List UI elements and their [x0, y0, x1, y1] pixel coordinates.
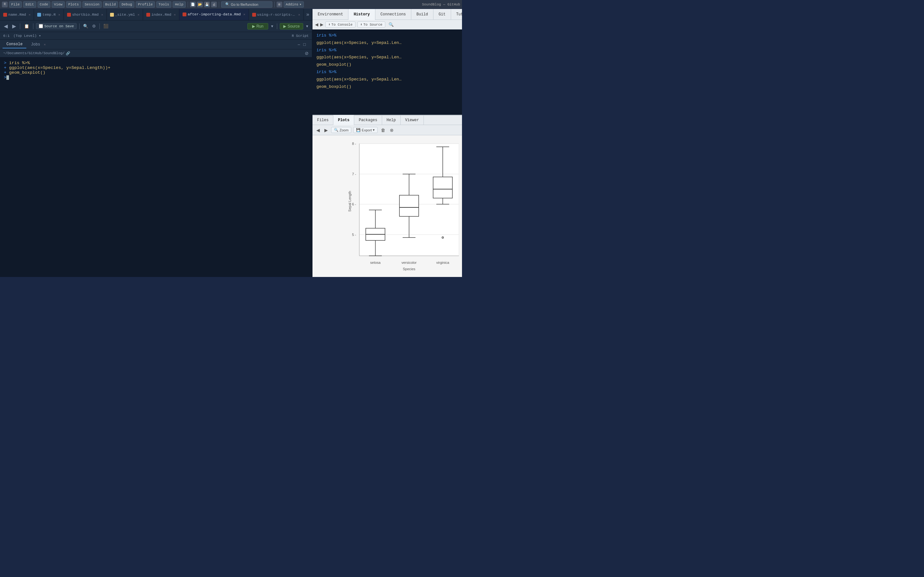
history-item[interactable]: ggplot(aes(x=Species, y=Sepal.Len… — [317, 39, 462, 47]
viewer-tab[interactable]: Viewer — [401, 115, 424, 125]
file-menu[interactable]: File — [9, 1, 22, 8]
export-button[interactable]: 💾 Export ▾ — [353, 127, 378, 133]
to-console-button[interactable]: ⬇ To Console — [325, 21, 355, 27]
tab-close[interactable]: ✕ — [102, 13, 103, 17]
build-menu[interactable]: Build — [103, 1, 118, 8]
git-tab[interactable]: Git — [433, 9, 451, 20]
environment-tab[interactable]: Environment — [312, 9, 349, 20]
editor-toolbar: ◀ ▶ 📋 Source on Save 🔍 ⚙ ⬛ ▶ Run ▾ ▶ Sou… — [0, 21, 312, 32]
console-minimize-button[interactable]: – — [297, 41, 301, 47]
console-tab[interactable]: Console — [3, 41, 26, 48]
back-button[interactable]: ◀ — [3, 23, 9, 30]
packages-tab[interactable]: Packages — [354, 115, 382, 125]
save-icon[interactable]: 💾 — [204, 2, 210, 7]
history-item[interactable]: geom_boxplot() — [317, 61, 462, 69]
history-item[interactable]: geom_boxplot() — [317, 83, 462, 91]
search-in-file-button[interactable]: 🔍 — [82, 23, 89, 29]
r-icon — [37, 13, 41, 17]
continuation-symbol: + — [4, 70, 9, 75]
forward-button[interactable]: ▶ — [11, 23, 17, 30]
to-source-button[interactable]: ⬇ To Source — [357, 21, 385, 27]
history-item[interactable]: iris %>% — [317, 32, 462, 39]
tab-close[interactable]: ✕ — [174, 13, 176, 17]
connections-tab[interactable]: Connections — [375, 9, 411, 20]
cursor-blink — [6, 75, 9, 80]
addins-chevron: ▾ — [299, 2, 302, 6]
history-item[interactable]: iris %>% — [317, 69, 462, 76]
right-panel: Environment History Connections Build Gi… — [312, 9, 462, 277]
build-tab[interactable]: Build — [411, 9, 433, 20]
history-item[interactable]: iris %>% — [317, 47, 462, 54]
prev-plot-button[interactable]: ◀ — [315, 127, 321, 133]
tab-close[interactable]: ✕ — [58, 13, 60, 17]
tab-label: index.Rmd — [152, 13, 171, 17]
tools-menu[interactable]: Tools — [156, 1, 171, 8]
plots-menu[interactable]: Plots — [66, 1, 81, 8]
source-on-save-checkbox[interactable] — [39, 24, 43, 28]
history-tab[interactable]: History — [349, 9, 375, 20]
tutorial-tab[interactable]: Tutorial — [451, 9, 462, 20]
history-nav-back[interactable]: ◀ — [315, 22, 318, 27]
tab-temp-r[interactable]: temp.R ✕ — [34, 9, 63, 21]
tab-after-importing[interactable]: after-importing-data.Rmd ✕ — [179, 9, 249, 21]
layout-icon[interactable]: ⊞ — [276, 2, 282, 7]
to-console-icon: ⬇ — [328, 23, 330, 27]
tab-close[interactable]: ✕ — [137, 13, 140, 17]
tab-name-rmd[interactable]: name.Rmd ✕ — [0, 9, 34, 21]
addins-button[interactable]: Addins ▾ — [284, 1, 304, 8]
remove-all-plots-button[interactable]: ⊗ — [389, 127, 395, 133]
rmd-icon — [3, 13, 7, 17]
source-on-save-label[interactable]: Source on Save — [36, 23, 77, 29]
help-tab[interactable]: Help — [382, 115, 401, 125]
divider3 — [274, 2, 275, 7]
files-tab[interactable]: Files — [312, 115, 333, 125]
source-button[interactable]: ▶ Source — [280, 23, 303, 29]
tab-using-r-scripts[interactable]: using-r-scripts-effectively-even-a... ✕ — [249, 9, 304, 21]
prompt-symbol: > — [4, 75, 6, 80]
run-button[interactable]: ▶ Run — [247, 23, 268, 29]
next-plot-button[interactable]: ▶ — [323, 127, 329, 133]
jobs-tab[interactable]: Jobs ✕ — [27, 41, 49, 48]
jobs-close[interactable]: ✕ — [44, 43, 45, 47]
console-maximize-button[interactable]: □ — [302, 41, 307, 47]
stop-button[interactable]: ⬛ — [102, 23, 110, 29]
console-line-4[interactable]: > — [4, 75, 308, 80]
history-item[interactable]: ggplot(aes(x=Species, y=Sepal.Len… — [317, 54, 462, 61]
source-options-button[interactable]: ▾ — [305, 23, 309, 29]
run-options-button[interactable]: ▾ — [270, 23, 274, 29]
tab-label: after-importing-data.Rmd — [188, 12, 241, 16]
tab-close[interactable]: ✕ — [29, 13, 31, 17]
console-directory: ~/Documents/GitHub/SoundBlog/ — [3, 51, 65, 55]
help-menu[interactable]: Help — [173, 1, 186, 8]
tab-shortbio[interactable]: shortbio.Rmd ✕ — [64, 9, 107, 21]
goto-file-button[interactable]: 🔍 Go to file/function — [221, 1, 272, 8]
tab-close[interactable]: ✕ — [244, 13, 246, 16]
history-search-button[interactable]: 🔍 — [389, 22, 394, 27]
tab-index-rmd[interactable]: index.Rmd ✕ — [143, 9, 179, 21]
tab-close[interactable]: ✕ — [298, 13, 300, 17]
plots-tab[interactable]: Plots — [333, 115, 354, 125]
new-file-icon[interactable]: 📄 — [190, 2, 196, 7]
code-text: ggplot(aes(x=Species, y=Sepal.Length))+ — [9, 65, 110, 70]
new-chunk-button[interactable]: 📋 — [23, 23, 31, 29]
more-tabs-button[interactable]: » — [304, 9, 312, 21]
history-nav-forward[interactable]: ▶ — [320, 22, 323, 27]
remove-plot-button[interactable]: 🗑 — [380, 127, 387, 133]
print-icon[interactable]: 🖨 — [211, 2, 217, 7]
code-menu[interactable]: Code — [37, 1, 50, 8]
svg-text:versicolor: versicolor — [401, 261, 417, 264]
tab-label: temp.R — [42, 13, 55, 17]
code-tools-button[interactable]: ⚙ — [91, 23, 97, 29]
history-item[interactable]: ggplot(aes(x=Species, y=Sepal.Len… — [317, 76, 462, 83]
clear-console-button[interactable]: ⊘ — [305, 51, 309, 56]
tab-site-yml[interactable]: _site.yml ✕ — [107, 9, 143, 21]
file-type: R Script — [292, 34, 309, 38]
zoom-button[interactable]: 🔍 Zoom — [331, 127, 351, 133]
session-menu[interactable]: Session — [82, 1, 102, 8]
view-menu[interactable]: View — [52, 1, 65, 8]
debug-menu[interactable]: Debug — [120, 1, 134, 8]
profile-menu[interactable]: Profile — [136, 1, 155, 8]
edit-menu[interactable]: Edit — [23, 1, 36, 8]
navigate-icon[interactable]: 🔗 — [66, 51, 70, 55]
open-file-icon[interactable]: 📂 — [197, 2, 203, 7]
